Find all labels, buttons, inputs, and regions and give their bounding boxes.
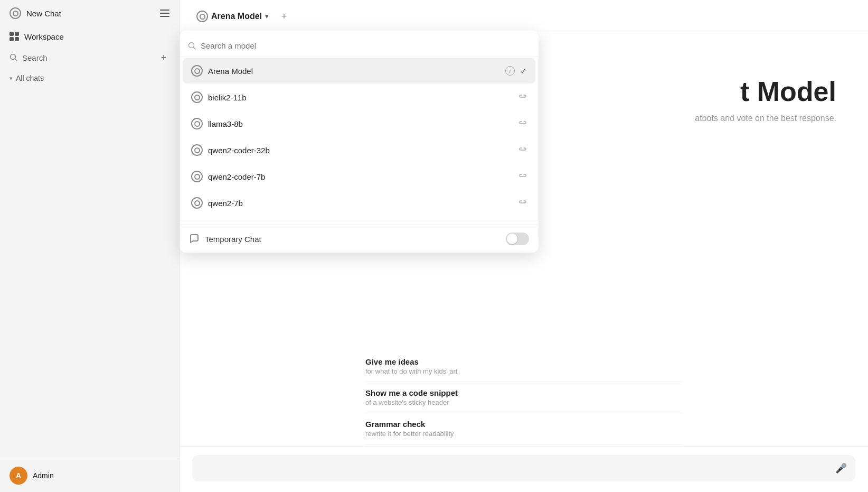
- grid-icon: [10, 32, 19, 41]
- arena-subtitle: atbots and vote on the best response.: [695, 114, 836, 123]
- suggestion-3-sub: rewrite it for better readability: [365, 430, 682, 438]
- model-item-name-qwen2: qwen2-7b: [208, 199, 513, 208]
- input-area: 🎤: [180, 446, 868, 492]
- model-item-icon-qwen7: [191, 171, 203, 182]
- model-item-arena[interactable]: Arena Model i ✓: [183, 58, 535, 83]
- new-chat-label: New Chat: [26, 9, 61, 18]
- chat-bubble-icon: [189, 234, 200, 244]
- suggestion-2[interactable]: Show me a code snippet of a website's st…: [365, 382, 682, 413]
- link-icon-bielik: [518, 93, 527, 101]
- mic-icon[interactable]: 🎤: [835, 462, 847, 474]
- link-icon-qwen2: [518, 199, 527, 207]
- temporary-chat-label: Temporary Chat: [205, 235, 261, 244]
- suggestion-2-title: Show me a code snippet: [365, 388, 682, 397]
- admin-label: Admin: [33, 471, 54, 480]
- workspace-label: Workspace: [24, 32, 64, 41]
- suggestion-3-title: Grammar check: [365, 420, 682, 429]
- new-chat-left: New Chat: [10, 7, 61, 19]
- model-selector-button[interactable]: Arena Model ▾: [192, 8, 272, 24]
- model-search-input[interactable]: [201, 41, 530, 50]
- suggestion-1-title: Give me ideas: [365, 357, 682, 366]
- model-item-llama[interactable]: llama3-8b: [183, 111, 535, 136]
- sidebar: New Chat Workspace Search + ▾ All chats …: [0, 0, 180, 492]
- chevron-icon: ▾: [10, 75, 13, 82]
- model-item-qwen2[interactable]: qwen2-7b: [183, 190, 535, 216]
- temporary-chat-toggle[interactable]: [506, 233, 529, 245]
- suggestion-1[interactable]: Give me ideas for what to do with my kid…: [365, 351, 682, 382]
- new-chat-model-icon: [10, 7, 21, 19]
- model-item-icon-arena: [191, 65, 203, 77]
- all-chats-item[interactable]: ▾ All chats: [0, 69, 179, 88]
- suggestion-2-sub: of a website's sticky header: [365, 398, 682, 406]
- search-item[interactable]: Search +: [0, 47, 179, 69]
- temporary-chat-left: Temporary Chat: [189, 234, 261, 244]
- model-item-qwen7[interactable]: qwen2-coder-7b: [183, 164, 535, 189]
- input-box: 🎤: [192, 455, 855, 481]
- sidebar-footer: A Admin: [0, 459, 179, 492]
- dropdown-search-container: [180, 37, 539, 57]
- temporary-chat-row: Temporary Chat: [180, 225, 539, 253]
- model-item-icon-qwen2: [191, 197, 203, 209]
- model-item-bielik[interactable]: bielik2-11b: [183, 85, 535, 110]
- hamburger-icon[interactable]: [160, 10, 169, 17]
- header-model-name: Arena Model: [211, 12, 262, 21]
- header: Arena Model ▾ +: [180, 0, 868, 33]
- link-icon-qwen32: [518, 146, 527, 154]
- header-model-icon: [196, 11, 208, 22]
- check-icon-arena: ✓: [520, 66, 527, 76]
- link-icon-llama: [518, 119, 527, 128]
- model-item-name-bielik: bielik2-11b: [208, 93, 513, 102]
- model-item-icon-qwen32: [191, 144, 203, 156]
- svg-line-3: [194, 47, 196, 49]
- model-item-name-arena: Arena Model: [208, 67, 500, 76]
- arena-title: t Model: [740, 76, 836, 107]
- dropdown-divider: [180, 220, 539, 220]
- model-dropdown: Arena Model i ✓ bielik2-11b llama3-8b qw…: [180, 31, 539, 253]
- model-item-name-qwen32: qwen2-coder-32b: [208, 146, 513, 155]
- add-tab-button[interactable]: +: [277, 9, 291, 24]
- search-icon: [10, 53, 18, 62]
- svg-line-1: [15, 59, 17, 61]
- new-search-button[interactable]: +: [158, 52, 169, 63]
- model-item-qwen32[interactable]: qwen2-coder-32b: [183, 137, 535, 163]
- avatar: A: [10, 467, 27, 485]
- model-item-name-llama: llama3-8b: [208, 119, 513, 128]
- info-icon-arena[interactable]: i: [505, 66, 515, 76]
- model-item-name-qwen7: qwen2-coder-7b: [208, 172, 513, 181]
- workspace-item[interactable]: Workspace: [0, 26, 179, 47]
- dropdown-search-icon: [188, 42, 196, 50]
- all-chats-label: All chats: [16, 74, 44, 82]
- toggle-knob: [507, 234, 517, 244]
- suggestion-1-sub: for what to do with my kids' art: [365, 367, 682, 375]
- model-item-icon-bielik: [191, 91, 203, 103]
- new-chat-item[interactable]: New Chat: [0, 0, 179, 26]
- suggestion-3[interactable]: Grammar check rewrite it for better read…: [365, 413, 682, 444]
- link-icon-qwen7: [518, 172, 527, 181]
- suggestions-container: Give me ideas for what to do with my kid…: [365, 351, 682, 444]
- chevron-down-icon: ▾: [265, 13, 268, 20]
- model-item-icon-llama: [191, 118, 203, 129]
- search-label: Search: [22, 53, 154, 62]
